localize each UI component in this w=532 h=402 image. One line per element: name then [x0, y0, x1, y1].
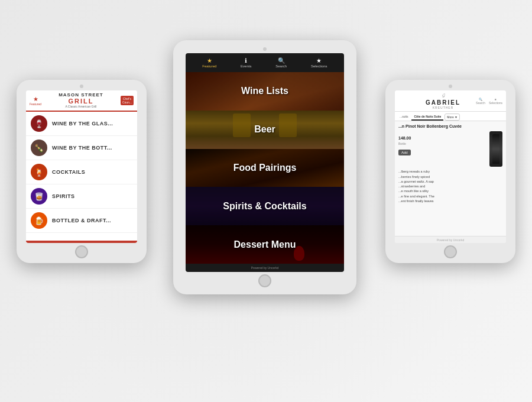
center-menu-beer[interactable]: Beer — [186, 111, 344, 149]
center-menu-spirits-cocktails[interactable]: Spirits & Cocktails — [186, 187, 344, 225]
left-bottom-bar — [26, 241, 137, 243]
home-button-center[interactable] — [258, 274, 271, 287]
home-button-right[interactable] — [444, 245, 457, 258]
wine-glass-label: WINE BY THE GLAS... — [52, 121, 113, 127]
product-price: 148.00 Bottle — [398, 131, 486, 145]
right-nav-icons: 🔍 Search ★ Selections — [476, 98, 502, 105]
menu-item-spirits[interactable]: 🥃 SPIRITS — [26, 184, 137, 209]
search-nav-label: Search — [275, 64, 287, 68]
right-tabs: ...suits Côte de Nuits Suite More ▼ — [395, 112, 506, 121]
right-search-icon[interactable]: 🔍 Search — [476, 98, 485, 105]
price-value: 148.00 — [398, 136, 411, 140]
scene: ★ Featured MASON STREET GRILL A Classic … — [0, 0, 532, 402]
more-dropdown[interactable]: More ▼ — [445, 114, 460, 121]
right-footer-text: Powered by Uncorkd — [437, 238, 464, 242]
product-info: 148.00 Bottle Add — [398, 131, 486, 167]
cocktail-icon: 🍹 — [31, 164, 47, 180]
right-tablet-header: 𝓖 GABRIEL KREUTHER 🔍 Search ★ Selections — [395, 90, 506, 112]
right-search-label: Search — [476, 101, 485, 105]
center-menu-food-pairings[interactable]: Food Pairings — [186, 149, 344, 187]
center-menu-dessert[interactable]: Dessert Menu — [186, 225, 344, 264]
left-tablet-screen: ★ Featured MASON STREET GRILL A Classic … — [26, 90, 137, 243]
gabriel-logo: 𝓖 GABRIEL KREUTHER — [426, 93, 460, 109]
tablet-left: ★ Featured MASON STREET GRILL A Classic … — [17, 80, 147, 263]
center-footer: Powered by Uncorkd — [186, 264, 344, 272]
menu-item-wine-bottle[interactable]: 🍾 WINE BY THE BOTT... — [26, 136, 137, 160]
left-menu-list: 🍷 WINE BY THE GLAS... 🍾 WINE BY THE BOTT… — [26, 112, 137, 241]
menu-item-wine-glass[interactable]: 🍷 WINE BY THE GLAS... — [26, 112, 137, 136]
right-tab-suits[interactable]: ...suits — [397, 114, 410, 121]
tablet-right: 𝓖 GABRIEL KREUTHER 🔍 Search ★ Selections — [385, 80, 515, 263]
center-tablet-screen: ★ Featured ℹ Events 🔍 Search ★ Selection… — [186, 53, 344, 272]
featured-star-icon: ★ — [33, 96, 38, 102]
more-label: More ▼ — [447, 115, 458, 119]
logo-main-text: GRILL — [41, 98, 121, 105]
spirits-icon: 🥃 — [31, 188, 47, 205]
wine-lists-label: Wine Lists — [186, 86, 344, 96]
product-title: ...n Pinot Noir Bollenberg Cuvée — [398, 124, 502, 129]
spirits-label: SPIRITS — [52, 193, 75, 199]
wine-bottle-label: WINE BY THE BOTT... — [52, 145, 112, 151]
price-label: Bottle — [398, 142, 486, 145]
food-pairings-label: Food Pairings — [186, 163, 344, 173]
left-tablet-header: ★ Featured MASON STREET GRILL A Classic … — [26, 90, 137, 112]
wine-bottle-icon: 🍾 — [31, 140, 47, 156]
camera-dot-center — [263, 47, 267, 51]
camera-dot-right — [449, 85, 452, 88]
events-icon: ℹ — [245, 57, 247, 64]
logo-tagline: A Classic American Grill — [41, 105, 121, 108]
tablet-center: ★ Featured ℹ Events 🔍 Search ★ Selection… — [173, 40, 356, 294]
nav-selections[interactable]: ★ Selections — [311, 57, 327, 68]
left-logo: MASON STREET GRILL A Classic American Gr… — [41, 93, 121, 108]
featured-label: Featured — [30, 102, 41, 106]
beer-icon: 🍺 — [31, 212, 47, 229]
center-menu-list: Wine Lists Beer Food Pairings — [186, 72, 344, 264]
right-footer: Powered by Uncorkd — [395, 236, 506, 243]
menu-item-cocktails[interactable]: 🍹 COCKTAILS — [26, 160, 137, 184]
dessert-menu-label: Dessert Menu — [186, 239, 344, 250]
right-tab-cote[interactable]: Côte de Nuits Suite — [411, 114, 443, 121]
gabriel-logo-sub: KREUTHER — [433, 106, 454, 109]
gabriel-logo-text: GABRIEL — [426, 99, 460, 106]
featured-nav-label: Featured — [202, 64, 216, 68]
cocktails-label: COCKTAILS — [52, 169, 85, 175]
spirits-cocktails-label: Spirits & Cocktails — [186, 201, 344, 212]
tab-cote-label: Côte de Nuits Suite — [414, 115, 441, 118]
nav-events[interactable]: ℹ Events — [241, 57, 251, 68]
logo-top-text: MASON STREET — [41, 93, 121, 98]
tab-suits-label: ...suits — [400, 115, 408, 118]
search-icon: 🔍 — [278, 57, 285, 64]
chef-button[interactable]: Chef's Coun... — [121, 96, 134, 105]
nav-search[interactable]: 🔍 Search — [275, 57, 287, 68]
wine-glass-icon: 🍷 — [31, 115, 47, 132]
wine-bottle-image — [489, 131, 502, 167]
menu-item-beer[interactable]: 🍺 BOTTLED & DRAFT... — [26, 209, 137, 233]
nav-featured[interactable]: ★ Featured — [202, 57, 216, 68]
featured-icon: ★ — [207, 57, 212, 64]
beer-label: BOTTLED & DRAFT... — [52, 218, 111, 223]
selections-nav-label: Selections — [311, 64, 327, 68]
right-product-content: ...n Pinot Noir Bollenberg Cuvée 148.00 … — [395, 121, 506, 236]
product-description: ...lberg reveals a ruby ...berries finel… — [398, 169, 502, 203]
right-selections-icon[interactable]: ★ Selections — [489, 98, 502, 105]
camera-dot-left — [80, 85, 83, 88]
center-menu-wine-lists[interactable]: Wine Lists — [186, 72, 344, 111]
home-button-left[interactable] — [75, 245, 88, 258]
beer-label-center: Beer — [186, 124, 344, 135]
selections-icon: ★ — [316, 57, 322, 64]
center-header: ★ Featured ℹ Events 🔍 Search ★ Selection… — [186, 53, 344, 72]
add-button[interactable]: Add — [398, 150, 411, 155]
events-nav-label: Events — [241, 64, 251, 68]
right-tablet-screen: 𝓖 GABRIEL KREUTHER 🔍 Search ★ Selections — [395, 90, 506, 243]
right-selections-label: Selections — [489, 101, 502, 105]
center-footer-text: Powered by Uncorkd — [251, 266, 278, 270]
product-row: 148.00 Bottle Add — [398, 131, 502, 167]
